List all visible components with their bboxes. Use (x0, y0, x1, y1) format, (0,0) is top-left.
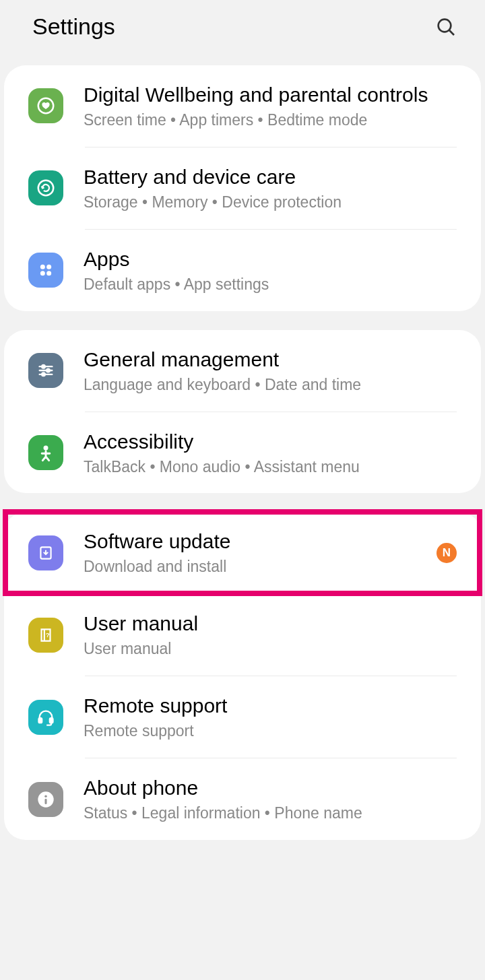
item-subtitle: Default apps • App settings (84, 275, 457, 295)
settings-item-accessibility[interactable]: AccessibilityTalkBack • Mono audio • Ass… (4, 412, 481, 494)
book-help-icon: ? (28, 618, 63, 653)
item-subtitle: Download and install (84, 557, 428, 577)
svg-rect-18 (39, 718, 42, 723)
sliders-icon (28, 353, 63, 388)
item-title: Remote support (84, 692, 457, 719)
settings-group: Software updateDownload and installN?Use… (4, 512, 481, 840)
svg-point-4 (40, 265, 45, 269)
header: Settings (0, 0, 485, 60)
refresh-circle-icon (28, 170, 63, 205)
person-icon (28, 435, 63, 470)
item-title: Apps (84, 246, 457, 272)
notification-badge: N (437, 543, 457, 563)
item-subtitle: Remote support (84, 721, 457, 742)
headset-icon (28, 700, 63, 735)
item-subtitle: Language and keyboard • Date and time (84, 375, 457, 395)
item-content: General managementLanguage and keyboard … (84, 346, 457, 395)
apps-grid-icon (28, 253, 63, 288)
page-title: Settings (32, 13, 115, 40)
svg-point-14 (44, 446, 48, 451)
item-title: User manual (84, 610, 457, 636)
settings-item-remote-support[interactable]: Remote supportRemote support (4, 676, 481, 758)
heart-circle-icon (28, 88, 63, 123)
svg-rect-22 (44, 798, 46, 804)
item-subtitle: Status • Legal information • Phone name (84, 804, 457, 824)
item-subtitle: Storage • Memory • Device protection (84, 193, 457, 213)
settings-group: Digital Wellbeing and parental controlsS… (4, 65, 481, 311)
item-content: AccessibilityTalkBack • Mono audio • Ass… (84, 428, 457, 478)
item-title: About phone (84, 775, 457, 801)
item-subtitle: TalkBack • Mono audio • Assistant menu (84, 457, 457, 478)
item-content: AppsDefault apps • App settings (84, 246, 457, 295)
settings-group: General managementLanguage and keyboard … (4, 330, 481, 494)
item-content: Digital Wellbeing and parental controlsS… (84, 81, 457, 131)
download-update-icon (28, 535, 63, 570)
settings-item-battery-device-care[interactable]: Battery and device careStorage • Memory … (4, 148, 481, 229)
search-button[interactable] (434, 15, 458, 39)
svg-text:?: ? (46, 631, 50, 639)
info-icon (28, 782, 63, 817)
svg-point-11 (46, 369, 50, 372)
svg-line-1 (449, 30, 454, 35)
settings-item-software-update[interactable]: Software updateDownload and installN (4, 512, 481, 593)
svg-point-3 (38, 181, 54, 196)
svg-point-13 (42, 373, 45, 377)
item-title: Battery and device care (84, 164, 457, 190)
item-title: Accessibility (84, 428, 457, 455)
item-content: Software updateDownload and install (84, 528, 428, 577)
svg-point-6 (40, 271, 45, 275)
svg-point-21 (44, 795, 47, 797)
item-subtitle: User manual (84, 639, 457, 659)
settings-item-user-manual[interactable]: ?User manualUser manual (4, 594, 481, 676)
svg-rect-19 (50, 718, 53, 723)
settings-item-digital-wellbeing[interactable]: Digital Wellbeing and parental controlsS… (4, 65, 481, 147)
svg-point-9 (42, 365, 45, 368)
item-content: About phoneStatus • Legal information • … (84, 775, 457, 824)
item-content: Battery and device careStorage • Memory … (84, 164, 457, 213)
item-content: User manualUser manual (84, 610, 457, 659)
item-content: Remote supportRemote support (84, 692, 457, 742)
settings-item-apps[interactable]: AppsDefault apps • App settings (4, 230, 481, 311)
item-title: Software update (84, 528, 428, 554)
svg-point-5 (46, 265, 51, 269)
search-icon (435, 16, 457, 38)
svg-point-7 (46, 271, 51, 275)
settings-item-about-phone[interactable]: About phoneStatus • Legal information • … (4, 758, 481, 840)
item-title: Digital Wellbeing and parental controls (84, 81, 457, 108)
item-subtitle: Screen time • App timers • Bedtime mode (84, 110, 457, 131)
item-title: General management (84, 346, 457, 372)
svg-point-0 (439, 19, 451, 32)
settings-item-general-management[interactable]: General managementLanguage and keyboard … (4, 330, 481, 412)
